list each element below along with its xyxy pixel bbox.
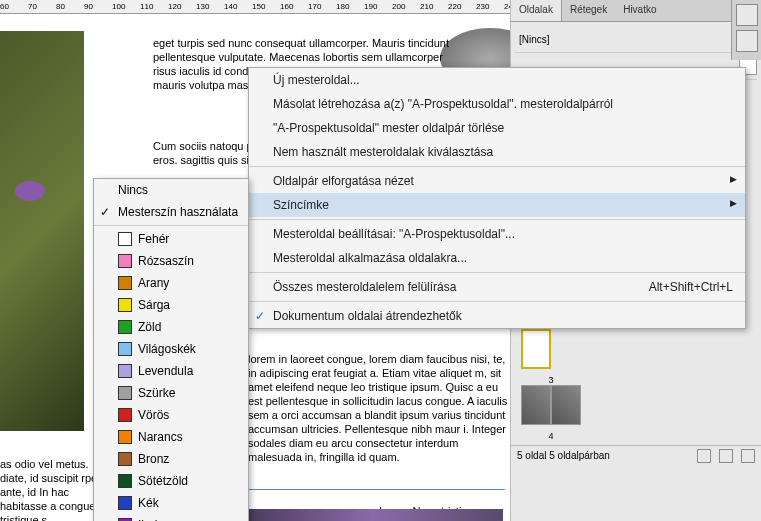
menu-separator bbox=[94, 225, 248, 226]
ruler-mark: 140 bbox=[224, 2, 237, 11]
color-menu-label: Kék bbox=[138, 496, 159, 510]
color-menu-label: Levendula bbox=[138, 364, 193, 378]
panel-icon[interactable] bbox=[736, 30, 758, 52]
master-none-row[interactable]: [Nincs] bbox=[515, 26, 757, 53]
ruler-mark: 80 bbox=[56, 2, 65, 11]
page-thumb[interactable] bbox=[521, 329, 551, 369]
menu-item-label: "A-Prospektusoldal" mester oldalpár törl… bbox=[273, 121, 504, 135]
color-menu-item[interactable]: Világoskék bbox=[94, 338, 248, 360]
menu-separator bbox=[249, 272, 745, 273]
color-menu-item[interactable]: Arany bbox=[94, 272, 248, 294]
ruler-mark: 160 bbox=[280, 2, 293, 11]
ruler-mark: 130 bbox=[196, 2, 209, 11]
pages-context-menu: Új mesteroldal...Másolat létrehozása a(z… bbox=[248, 67, 746, 329]
ruler-mark: 200 bbox=[392, 2, 405, 11]
color-menu-label: Vörös bbox=[138, 408, 169, 422]
menu-separator bbox=[249, 219, 745, 220]
menu-item[interactable]: Színcímke▶ bbox=[249, 193, 745, 217]
menu-item[interactable]: Másolat létrehozása a(z) "A-Prospektusol… bbox=[249, 92, 745, 116]
color-label-submenu: Nincs✓Mesterszín használataFehérRózsaszí… bbox=[93, 178, 249, 521]
text-frame[interactable]: lorem in laoreet congue, lorem diam fauc… bbox=[248, 352, 508, 464]
color-menu-label: Szürke bbox=[138, 386, 175, 400]
ruler-mark: 190 bbox=[364, 2, 377, 11]
page-thumb[interactable] bbox=[521, 385, 551, 425]
menu-item-label: Mesteroldal beállításai: "A-Prospektusol… bbox=[273, 227, 515, 241]
color-swatch bbox=[118, 342, 132, 356]
color-menu-item[interactable]: Rózsaszín bbox=[94, 250, 248, 272]
color-swatch bbox=[118, 408, 132, 422]
color-menu-item[interactable]: Narancs bbox=[94, 426, 248, 448]
color-swatch bbox=[118, 254, 132, 268]
color-menu-item[interactable]: Zöld bbox=[94, 316, 248, 338]
color-menu-item[interactable]: Bronz bbox=[94, 448, 248, 470]
ruler-mark: 180 bbox=[336, 2, 349, 11]
submenu-arrow-icon: ▶ bbox=[730, 174, 737, 184]
tab-links[interactable]: Hivatko bbox=[615, 0, 664, 21]
color-menu-label: Bronz bbox=[138, 452, 169, 466]
ruler-mark: 60 bbox=[0, 2, 9, 11]
color-menu-item[interactable]: ✓Mesterszín használata bbox=[94, 201, 248, 223]
ruler-mark: 120 bbox=[168, 2, 181, 11]
tab-layers[interactable]: Rétegek bbox=[562, 0, 615, 21]
rule-line bbox=[245, 489, 505, 490]
menu-item-label: Dokumentum oldalai átrendezhetők bbox=[273, 309, 462, 323]
color-menu-item[interactable]: Nincs bbox=[94, 179, 248, 201]
menu-item-label: Összes mesteroldalelem felülírása bbox=[273, 280, 456, 294]
color-menu-item[interactable]: Ibolya bbox=[94, 514, 248, 521]
color-swatch bbox=[118, 298, 132, 312]
color-swatch bbox=[118, 430, 132, 444]
ruler-mark: 100 bbox=[112, 2, 125, 11]
menu-item[interactable]: Nem használt mesteroldalak kiválasztása bbox=[249, 140, 745, 164]
placed-image-left[interactable] bbox=[0, 31, 84, 431]
menu-item-label: Másolat létrehozása a(z) "A-Prospektusol… bbox=[273, 97, 613, 111]
check-icon: ✓ bbox=[100, 205, 110, 219]
color-menu-item[interactable]: Levendula bbox=[94, 360, 248, 382]
placed-image-strip[interactable] bbox=[243, 509, 503, 521]
menu-item[interactable]: "A-Prospektusoldal" mester oldalpár törl… bbox=[249, 116, 745, 140]
color-menu-item[interactable]: Sötétzöld bbox=[94, 470, 248, 492]
ruler-mark: 230 bbox=[476, 2, 489, 11]
check-icon: ✓ bbox=[255, 309, 265, 323]
menu-separator bbox=[249, 166, 745, 167]
tab-pages[interactable]: Oldalak bbox=[511, 0, 562, 21]
color-swatch bbox=[118, 364, 132, 378]
menu-item[interactable]: Mesteroldal alkalmazása oldalakra... bbox=[249, 246, 745, 270]
ruler-mark: 110 bbox=[140, 2, 153, 11]
page-thumbnails: 3 4 bbox=[521, 329, 581, 441]
color-menu-item[interactable]: Vörös bbox=[94, 404, 248, 426]
menu-item-label: Új mesteroldal... bbox=[273, 73, 360, 87]
color-menu-label: Nincs bbox=[118, 183, 148, 197]
color-swatch bbox=[118, 232, 132, 246]
color-menu-label: Sötétzöld bbox=[138, 474, 188, 488]
menu-item[interactable]: ✓Dokumentum oldalai átrendezhetők bbox=[249, 304, 745, 328]
menu-item[interactable]: Új mesteroldal... bbox=[249, 68, 745, 92]
color-menu-item[interactable]: Kék bbox=[94, 492, 248, 514]
menu-item-label: Oldalpár elforgatása nézet bbox=[273, 174, 414, 188]
menu-item[interactable]: Összes mesteroldalelem felülírásaAlt+Shi… bbox=[249, 275, 745, 299]
menu-item-label: Mesteroldal alkalmazása oldalakra... bbox=[273, 251, 467, 265]
delete-page-icon[interactable] bbox=[741, 449, 755, 463]
page-thumb[interactable] bbox=[551, 385, 581, 425]
color-menu-label: Arany bbox=[138, 276, 169, 290]
color-menu-label: Fehér bbox=[138, 232, 169, 246]
menu-item-label: Nem használt mesteroldalak kiválasztása bbox=[273, 145, 493, 159]
color-swatch bbox=[118, 276, 132, 290]
page-number: 3 bbox=[521, 375, 581, 385]
color-swatch bbox=[118, 496, 132, 510]
new-page-icon[interactable] bbox=[719, 449, 733, 463]
color-swatch bbox=[118, 452, 132, 466]
ruler-mark: 220 bbox=[448, 2, 461, 11]
submenu-arrow-icon: ▶ bbox=[730, 198, 737, 208]
panel-tabbar: Oldalak Rétegek Hivatko ▸▸ bbox=[511, 0, 761, 22]
color-menu-item[interactable]: Sárga bbox=[94, 294, 248, 316]
color-menu-item[interactable]: Szürke bbox=[94, 382, 248, 404]
edit-page-icon[interactable] bbox=[697, 449, 711, 463]
color-menu-item[interactable]: Fehér bbox=[94, 228, 248, 250]
color-menu-label: Narancs bbox=[138, 430, 183, 444]
panel-icon[interactable] bbox=[736, 4, 758, 26]
menu-item[interactable]: Oldalpár elforgatása nézet▶ bbox=[249, 169, 745, 193]
color-menu-label: Mesterszín használata bbox=[118, 205, 238, 219]
menu-item[interactable]: Mesteroldal beállításai: "A-Prospektusol… bbox=[249, 222, 745, 246]
color-menu-label: Sárga bbox=[138, 298, 170, 312]
ruler-mark: 150 bbox=[252, 2, 265, 11]
